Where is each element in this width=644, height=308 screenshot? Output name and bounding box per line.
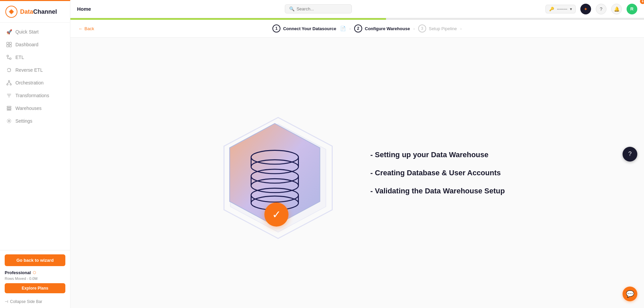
notification-badge: 6 — [640, 0, 644, 4]
sidebar-item-reverse-etl[interactable]: Reverse ETL — [0, 64, 70, 76]
logo: DataChannel — [0, 1, 70, 23]
account-selector[interactable]: 🔑 •••••••• ▾ — [545, 5, 576, 13]
sidebar-bottom: Go back to wizard Professional ⬡ Rows Mo… — [0, 250, 70, 308]
reverse-etl-icon — [6, 67, 12, 73]
svg-point-1 — [10, 10, 13, 13]
sidebar-item-warehouses[interactable]: Warehouses — [0, 102, 70, 115]
search-input[interactable] — [297, 6, 347, 11]
orchestration-icon — [6, 80, 12, 86]
sidebar-item-quick-start[interactable]: 🚀 Quick Start — [0, 25, 70, 38]
svg-rect-13 — [7, 110, 11, 110]
plan-name: Professional — [5, 270, 31, 275]
plan-rows: Rows Moved - 0.0M — [5, 276, 65, 281]
content-area: ✓ - Setting up your Data Warehouse - Cre… — [70, 38, 644, 308]
sidebar-item-label: ETL — [15, 55, 24, 60]
header: Home 🔍 🔑 •••••••• ▾ ✦ 6 ? 🔔 R — [70, 0, 644, 18]
help-fab-button[interactable]: ? — [623, 147, 637, 162]
sidebar-item-label: Warehouses — [15, 106, 42, 111]
illustration-wrapper: ✓ - Setting up your Data Warehouse - Cre… — [173, 101, 541, 245]
step-chevron-2: › — [413, 26, 414, 31]
chevron-down-icon: ▾ — [570, 7, 572, 11]
collapse-arrow-icon: ⊣ — [5, 299, 8, 304]
step-3: 3 Setup Pipeline — [418, 24, 457, 33]
chat-fab-button[interactable]: 💬 — [623, 287, 637, 301]
back-label: Back — [84, 26, 94, 31]
sidebar-item-label: Transformations — [15, 93, 49, 98]
svg-point-7 — [10, 58, 11, 60]
svg-rect-5 — [9, 45, 11, 47]
collapse-label: Collapse Side Bar — [10, 299, 42, 304]
page-title: Home — [77, 6, 91, 12]
step-1-doc-icon: 📄 — [340, 26, 346, 31]
account-name: •••••••• — [557, 7, 567, 11]
main-content: Home 🔍 🔑 •••••••• ▾ ✦ 6 ? 🔔 R — [70, 0, 644, 308]
header-right: 🔑 •••••••• ▾ ✦ 6 ? 🔔 R — [545, 4, 637, 14]
step-2: 2 Configure Warehouse — [354, 24, 410, 33]
svg-rect-11 — [7, 106, 11, 107]
quick-start-icon: 🚀 — [6, 29, 12, 35]
warehouses-icon — [6, 105, 12, 111]
svg-point-6 — [7, 55, 9, 57]
step-1-label: Connect Your Datasource — [283, 26, 336, 31]
svg-rect-2 — [7, 42, 9, 44]
svg-point-14 — [8, 120, 10, 122]
step-1: 1 Connect Your Datasource 📄 — [272, 24, 346, 33]
explore-plans-button[interactable]: Explore Plans — [5, 283, 65, 293]
step-1-circle: 1 — [272, 24, 280, 33]
external-link-icon[interactable]: ⬡ — [33, 270, 36, 275]
sidebar-item-label: Settings — [15, 118, 33, 124]
magic-button[interactable]: ✦ 6 — [580, 4, 591, 14]
sidebar-item-orchestration[interactable]: Orchestration — [0, 76, 70, 89]
bell-button[interactable]: 🔔 — [611, 4, 622, 14]
sidebar-item-settings[interactable]: Settings — [0, 115, 70, 127]
plan-header: Professional ⬡ — [5, 270, 65, 275]
svg-point-10 — [10, 84, 11, 85]
avatar[interactable]: R — [627, 4, 637, 14]
sidebar-item-label: Orchestration — [15, 80, 44, 85]
plan-section: Professional ⬡ Rows Moved - 0.0M Explore… — [5, 270, 65, 297]
search-box[interactable]: 🔍 — [285, 4, 352, 13]
key-icon: 🔑 — [549, 7, 554, 11]
step-3-label: Setup Pipeline — [429, 26, 457, 31]
sidebar-item-label: Quick Start — [15, 29, 39, 35]
info-item-2: - Creating Database & User Accounts — [370, 169, 505, 177]
svg-rect-3 — [9, 42, 11, 44]
transformations-icon — [6, 93, 12, 99]
back-button[interactable]: ← Back — [78, 26, 94, 31]
logo-text: DataChannel — [20, 8, 57, 15]
info-text: - Setting up your Data Warehouse - Creat… — [370, 150, 505, 195]
sidebar-item-dashboard[interactable]: Dashboard — [0, 38, 70, 51]
checkmark-icon: ✓ — [272, 208, 281, 221]
sidebar-item-transformations[interactable]: Transformations — [0, 89, 70, 102]
search-icon: 🔍 — [289, 6, 295, 11]
magic-icon: ✦ — [584, 6, 588, 12]
svg-rect-4 — [7, 45, 9, 47]
step-3-circle: 3 — [418, 24, 426, 33]
chat-fab-icon: 💬 — [626, 290, 634, 298]
svg-point-9 — [7, 84, 8, 85]
collapse-sidebar-button[interactable]: ⊣ Collapse Side Bar — [5, 299, 42, 304]
go-back-wizard-button[interactable]: Go back to wizard — [5, 254, 65, 266]
back-arrow-icon: ← — [78, 26, 83, 31]
svg-point-8 — [8, 80, 10, 82]
etl-icon — [6, 54, 12, 60]
sidebar-item-label: Dashboard — [15, 42, 39, 47]
step-chevron-3: › — [460, 26, 462, 31]
settings-icon — [6, 118, 12, 124]
bell-icon: 🔔 — [614, 6, 620, 12]
logo-icon — [5, 6, 17, 18]
question-icon: ? — [600, 6, 602, 12]
info-item-1: - Setting up your Data Warehouse — [370, 150, 505, 159]
check-circle: ✓ — [264, 202, 288, 227]
info-item-3: - Validating the Data Warehouse Setup — [370, 187, 505, 195]
sidebar-item-etl[interactable]: ETL — [0, 51, 70, 64]
step-chevron-1: › — [349, 26, 350, 31]
help-fab-icon: ? — [628, 150, 632, 158]
step-2-circle: 2 — [354, 24, 362, 33]
step-2-label: Configure Warehouse — [365, 26, 410, 31]
help-icon-button[interactable]: ? — [596, 4, 606, 14]
svg-rect-12 — [7, 108, 11, 109]
dashboard-icon — [6, 42, 12, 48]
sidebar-item-label: Reverse ETL — [15, 67, 43, 73]
breadcrumb-bar: ← Back 1 Connect Your Datasource 📄 › 2 C… — [70, 20, 644, 38]
